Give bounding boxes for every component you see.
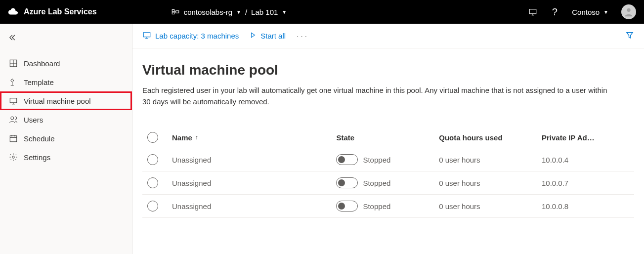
page-title: Virtual machine pool bbox=[142, 62, 634, 78]
monitor-icon[interactable] bbox=[528, 7, 537, 16]
cell-state: Stopped bbox=[363, 202, 390, 211]
lab-capacity-button[interactable]: Lab capacity: 3 machines bbox=[142, 31, 239, 41]
breadcrumb-rg-label: contosolabs-rg bbox=[184, 8, 232, 16]
cell-state: Stopped bbox=[363, 156, 390, 164]
monitor-icon bbox=[9, 96, 18, 105]
vm-table: Name ↑ State Quota hours used Private IP… bbox=[142, 127, 634, 218]
sidebar-item-label: Settings bbox=[24, 153, 50, 162]
play-icon bbox=[250, 32, 257, 40]
sidebar-item-template[interactable]: Template bbox=[0, 73, 132, 91]
toolbar: Lab capacity: 3 machines Start all · · · bbox=[132, 24, 644, 48]
cell-ip: 10.0.0.4 bbox=[542, 156, 634, 164]
sidebar-item-label: Virtual machine pool bbox=[24, 97, 91, 105]
collapse-sidebar-button[interactable] bbox=[0, 31, 132, 54]
sidebar-item-label: Dashboard bbox=[24, 59, 60, 68]
table-row: Unassigned Stopped 0 user hours 10.0.0.7 bbox=[142, 171, 634, 195]
svg-point-4 bbox=[627, 8, 630, 12]
svg-rect-2 bbox=[175, 11, 178, 13]
breadcrumb: contosolabs-rg ▼ / Lab 101 ▼ bbox=[171, 7, 287, 16]
sort-asc-icon: ↑ bbox=[195, 134, 198, 141]
filter-button[interactable] bbox=[625, 31, 634, 41]
user-name: Contoso bbox=[572, 8, 600, 16]
svg-rect-8 bbox=[10, 136, 17, 142]
svg-point-7 bbox=[11, 117, 14, 120]
users-icon bbox=[9, 115, 18, 124]
user-dropdown[interactable]: Contoso ▼ bbox=[572, 8, 608, 16]
resource-group-icon bbox=[171, 7, 180, 16]
cell-quota: 0 user hours bbox=[439, 179, 542, 187]
state-toggle[interactable] bbox=[336, 177, 358, 188]
sidebar-item-settings[interactable]: Settings bbox=[0, 148, 132, 167]
product-name: Azure Lab Services bbox=[24, 7, 97, 16]
template-icon bbox=[9, 78, 18, 86]
more-icon: · · · bbox=[297, 32, 307, 40]
sidebar-item-label: Schedule bbox=[24, 134, 55, 143]
chevron-down-icon: ▼ bbox=[603, 9, 608, 15]
cell-state: Stopped bbox=[363, 179, 390, 187]
svg-rect-10 bbox=[143, 33, 150, 37]
svg-point-9 bbox=[12, 156, 15, 159]
column-header-name[interactable]: Name ↑ bbox=[172, 133, 336, 142]
table-row: Unassigned Stopped 0 user hours 10.0.0.8 bbox=[142, 195, 634, 218]
main-content: Lab capacity: 3 machines Start all · · ·… bbox=[132, 24, 644, 254]
select-row-radio[interactable] bbox=[147, 154, 158, 165]
sidebar-item-label: Template bbox=[24, 78, 54, 86]
breadcrumb-separator: / bbox=[245, 8, 247, 16]
breadcrumb-lab[interactable]: Lab 101 ▼ bbox=[251, 8, 287, 16]
start-all-label: Start all bbox=[260, 32, 286, 40]
start-all-button[interactable]: Start all bbox=[250, 32, 286, 40]
cell-name: Unassigned bbox=[172, 202, 336, 211]
filter-icon bbox=[625, 31, 634, 41]
avatar[interactable] bbox=[621, 4, 636, 19]
table-row: Unassigned Stopped 0 user hours 10.0.0.4 bbox=[142, 148, 634, 171]
cell-quota: 0 user hours bbox=[439, 202, 542, 211]
azure-logo-icon bbox=[8, 6, 19, 17]
lab-capacity-label: Lab capacity: 3 machines bbox=[155, 32, 239, 40]
page-description: Each registered user in your lab will au… bbox=[142, 85, 617, 107]
more-actions-button[interactable]: · · · bbox=[297, 32, 307, 40]
cell-ip: 10.0.0.7 bbox=[542, 179, 634, 187]
state-toggle[interactable] bbox=[336, 154, 358, 165]
svg-rect-3 bbox=[529, 9, 536, 14]
sidebar: Dashboard Template Virtual machine pool … bbox=[0, 24, 132, 254]
chevron-down-icon: ▼ bbox=[236, 9, 241, 15]
product-logo-area: Azure Lab Services bbox=[8, 6, 97, 17]
table-header-row: Name ↑ State Quota hours used Private IP… bbox=[142, 127, 634, 148]
header-right: ? Contoso ▼ bbox=[528, 4, 636, 19]
cell-quota: 0 user hours bbox=[439, 156, 542, 164]
sidebar-item-label: Users bbox=[24, 116, 43, 124]
breadcrumb-resource-group[interactable]: contosolabs-rg ▼ bbox=[184, 8, 241, 16]
monitor-icon bbox=[142, 31, 151, 41]
svg-rect-0 bbox=[172, 10, 174, 12]
cell-name: Unassigned bbox=[172, 156, 336, 164]
svg-rect-1 bbox=[172, 12, 174, 14]
select-all-radio[interactable] bbox=[147, 132, 158, 143]
column-header-quota[interactable]: Quota hours used bbox=[439, 133, 542, 142]
column-header-state[interactable]: State bbox=[336, 133, 439, 142]
svg-rect-6 bbox=[10, 98, 17, 103]
column-header-ip[interactable]: Private IP Ad… bbox=[542, 133, 634, 142]
sidebar-item-dashboard[interactable]: Dashboard bbox=[0, 54, 132, 73]
sidebar-item-vm-pool[interactable]: Virtual machine pool bbox=[0, 91, 132, 110]
breadcrumb-lab-label: Lab 101 bbox=[251, 8, 278, 16]
cell-name: Unassigned bbox=[172, 179, 336, 187]
select-row-radio[interactable] bbox=[147, 177, 158, 188]
gear-icon bbox=[9, 153, 18, 162]
sidebar-item-schedule[interactable]: Schedule bbox=[0, 129, 132, 148]
dashboard-icon bbox=[9, 59, 18, 68]
app-header: Azure Lab Services contosolabs-rg ▼ / La… bbox=[0, 0, 644, 24]
sidebar-item-users[interactable]: Users bbox=[0, 110, 132, 129]
cell-ip: 10.0.0.8 bbox=[542, 202, 634, 211]
chevron-down-icon: ▼ bbox=[282, 9, 287, 15]
select-row-radio[interactable] bbox=[147, 201, 158, 212]
state-toggle[interactable] bbox=[336, 201, 358, 212]
help-icon[interactable]: ? bbox=[550, 7, 559, 16]
calendar-icon bbox=[9, 134, 18, 143]
